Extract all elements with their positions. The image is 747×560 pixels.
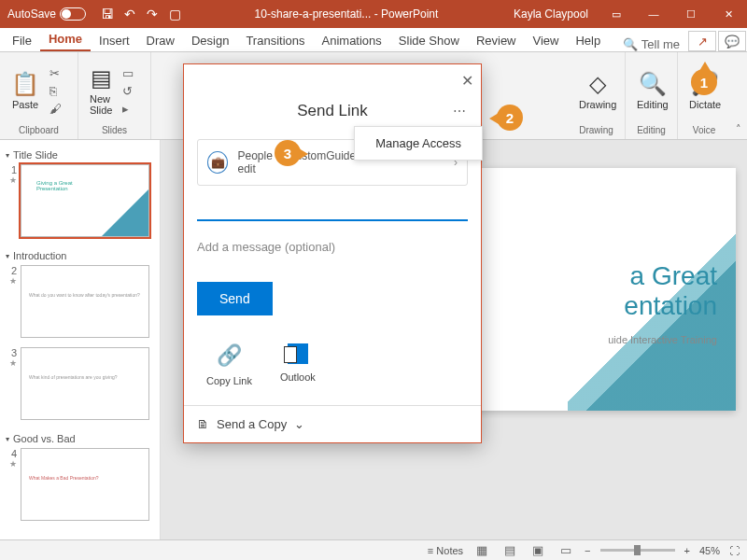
shapes-icon: ◇ (589, 71, 606, 97)
group-label: Clipboard (6, 125, 72, 137)
send-a-copy-button[interactable]: 🗎 Send a Copy ⌄ (184, 405, 481, 442)
tab-help[interactable]: Help (567, 30, 609, 51)
thumbnail-item[interactable]: 1★ Giving a GreatPresentation (4, 164, 156, 237)
section-header[interactable]: Good vs. Bad (4, 429, 156, 448)
send-link-dialog: ✕ Send Link ⋯ Manage Access 💼 People in … (183, 63, 482, 443)
copy-link-button[interactable]: 🔗Copy Link (206, 343, 252, 386)
tab-slideshow[interactable]: Slide Show (390, 30, 468, 51)
message-input[interactable]: Add a message (optional) (197, 240, 468, 254)
thumbnail-item[interactable]: 4★ What Makes a Bad Presentation? (4, 448, 156, 521)
zoom-in-icon[interactable]: + (684, 545, 690, 556)
tab-draw[interactable]: Draw (138, 30, 183, 51)
link-icon: 🔗 (217, 343, 242, 368)
normal-view-icon[interactable]: ▦ (472, 543, 491, 557)
document-icon: 🗎 (197, 417, 209, 431)
ribbon-options-icon[interactable]: ▭ (598, 0, 635, 28)
group-label: Editing (631, 125, 671, 137)
group-label: Drawing (573, 125, 619, 137)
cut-icon[interactable]: ✂ (49, 65, 63, 81)
section-header[interactable]: Introduction (4, 246, 156, 265)
sorter-view-icon[interactable]: ▤ (500, 543, 519, 557)
tab-file[interactable]: File (4, 30, 40, 51)
tell-me-search[interactable]: 🔍 Tell me (615, 37, 687, 51)
callout-2: 2 (497, 105, 523, 131)
slide-thumbnails-pane[interactable]: Title Slide 1★ Giving a GreatPresentatio… (0, 140, 161, 539)
outlook-icon (288, 343, 308, 364)
group-label: Voice (684, 125, 725, 137)
reset-icon[interactable]: ↺ (121, 83, 134, 99)
comments-button[interactable]: 💬 (718, 31, 746, 51)
section-icon[interactable]: ▸ (121, 101, 134, 117)
briefcase-icon: 💼 (207, 151, 228, 174)
drawing-button[interactable]: ◇Drawing (573, 69, 622, 112)
autosave-toggle[interactable]: AutoSave (0, 7, 93, 21)
send-button[interactable]: Send (197, 282, 273, 315)
copy-icon[interactable]: ⎘ (49, 83, 63, 99)
close-icon[interactable]: ✕ (710, 0, 747, 28)
search-icon: 🔍 (623, 37, 638, 51)
tab-view[interactable]: View (525, 30, 568, 51)
reading-view-icon[interactable]: ▣ (529, 543, 547, 557)
outlook-button[interactable]: Outlook (280, 343, 316, 386)
share-button[interactable]: ↗ (688, 31, 716, 51)
slideshow-view-icon[interactable]: ▭ (557, 543, 575, 557)
collapse-ribbon-icon[interactable]: ˄ (730, 52, 747, 139)
quick-access-toolbar: 🖫 ↶ ↷ ▢ (93, 4, 189, 24)
layout-icon[interactable]: ▭ (121, 65, 134, 81)
tab-review[interactable]: Review (468, 30, 525, 51)
zoom-level[interactable]: 45% (699, 545, 720, 556)
ribbon-tabs: File Home Insert Draw Design Transitions… (0, 28, 747, 52)
thumbnail-item[interactable]: 3★ What kind of presentations are you gi… (4, 347, 156, 420)
status-bar: ≡ Notes ▦ ▤ ▣ ▭ − + 45% ⛶ (0, 539, 747, 560)
redo-icon[interactable]: ↷ (142, 4, 162, 24)
callout-3: 3 (275, 140, 301, 166)
zoom-slider[interactable] (600, 549, 675, 552)
new-slide-button[interactable]: ▤New Slide (84, 63, 118, 118)
zoom-out-icon[interactable]: − (585, 545, 590, 556)
chevron-down-icon: ⌄ (294, 417, 304, 431)
title-bar: AutoSave 🖫 ↶ ↷ ▢ 10-share-a-presentati..… (0, 0, 747, 28)
undo-icon[interactable]: ↶ (120, 4, 140, 24)
format-painter-icon[interactable]: 🖌 (49, 101, 63, 117)
maximize-icon[interactable]: ☐ (672, 0, 710, 28)
manage-access-menu-item[interactable]: Manage Access (354, 126, 483, 161)
callout-1: 1 (691, 69, 717, 95)
user-name[interactable]: Kayla Claypool (504, 7, 598, 21)
new-slide-icon: ▤ (91, 65, 112, 91)
group-label: Slides (84, 125, 145, 137)
editing-button[interactable]: 🔍Editing (631, 69, 674, 112)
start-icon[interactable]: ▢ (164, 4, 185, 24)
recipients-input[interactable] (197, 199, 468, 221)
minimize-icon[interactable]: — (635, 0, 672, 28)
paste-button[interactable]: 📋Paste (6, 69, 45, 112)
dialog-title: Send Link (297, 102, 368, 119)
notes-button[interactable]: ≡ Notes (428, 545, 463, 556)
tab-animations[interactable]: Animations (314, 30, 390, 51)
save-icon[interactable]: 🖫 (97, 4, 118, 24)
thumbnail-item[interactable]: 2★ What do you want to know after today'… (4, 265, 156, 338)
tab-home[interactable]: Home (40, 28, 91, 51)
more-options-icon[interactable]: ⋯ (453, 104, 468, 119)
tab-design[interactable]: Design (183, 30, 237, 51)
tab-transitions[interactable]: Transitions (237, 30, 313, 51)
tab-insert[interactable]: Insert (91, 30, 138, 51)
section-header[interactable]: Title Slide (4, 146, 156, 164)
fit-to-window-icon[interactable]: ⛶ (729, 545, 740, 556)
clipboard-icon: 📋 (11, 71, 39, 97)
find-icon: 🔍 (639, 71, 667, 97)
window-title: 10-share-a-presentati... - PowerPoint (189, 7, 504, 21)
